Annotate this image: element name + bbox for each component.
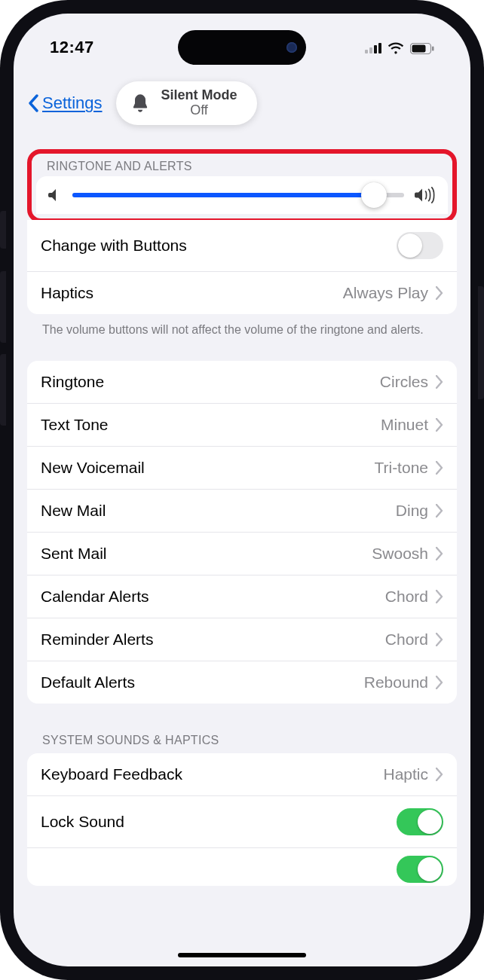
svg-rect-1: [369, 47, 372, 53]
row-haptics[interactable]: Haptics Always Play: [27, 271, 457, 314]
cellular-icon: [365, 43, 381, 53]
row-label: Keyboard Feedback: [41, 765, 182, 783]
row-partial[interactable]: [27, 847, 457, 886]
row-label: Default Alerts: [41, 673, 135, 691]
chevron-right-icon: [436, 590, 443, 603]
speaker-high-icon: [415, 187, 436, 203]
row-label: Change with Buttons: [41, 237, 187, 255]
highlight-box: Ringtone and Alerts: [27, 149, 457, 223]
group-system-sounds: Keyboard Feedback Haptic Lock Sound: [27, 753, 457, 886]
row-label: New Mail: [41, 502, 106, 520]
row-tone[interactable]: RingtoneCircles: [27, 361, 457, 403]
chevron-left-icon: [27, 94, 39, 112]
row-tone[interactable]: New VoicemailTri-tone: [27, 446, 457, 489]
volume-down-button[interactable]: [0, 354, 6, 426]
chevron-right-icon: [436, 676, 443, 689]
row-tone[interactable]: New MailDing: [27, 489, 457, 532]
row-tone[interactable]: Default AlertsRebound: [27, 661, 457, 704]
row-label: Ringtone: [41, 373, 104, 391]
svg-rect-6: [432, 46, 434, 50]
row-value: Chord: [385, 588, 428, 606]
volume-up-button[interactable]: [0, 271, 6, 343]
row-label: Reminder Alerts: [41, 630, 153, 649]
battery-icon: [410, 43, 434, 54]
speaker-low-icon: [48, 188, 62, 203]
row-value: Tri-tone: [374, 459, 428, 477]
row-value: Swoosh: [372, 545, 428, 563]
toggle-lock-sound[interactable]: [397, 808, 443, 835]
row-label: New Voicemail: [41, 459, 145, 477]
section-header-ringtone: Ringtone and Alerts: [36, 157, 448, 176]
phone-frame: 12:47 Settings Silent Mode Off: [0, 0, 484, 980]
group-volume-extras: Change with Buttons Haptics Always Play: [27, 220, 457, 314]
silent-mode-pill: Silent Mode Off: [116, 81, 257, 125]
silent-switch[interactable]: [0, 211, 6, 249]
row-keyboard-feedback[interactable]: Keyboard Feedback Haptic: [27, 753, 457, 795]
screen: 12:47 Settings Silent Mode Off: [14, 14, 470, 966]
group-tones: RingtoneCirclesText ToneMinuetNew Voicem…: [27, 361, 457, 704]
svg-rect-0: [365, 50, 368, 53]
toggle-partial[interactable]: [397, 856, 443, 883]
back-label: Settings: [42, 93, 103, 113]
status-icons: [365, 41, 434, 54]
row-lock-sound[interactable]: Lock Sound: [27, 795, 457, 847]
row-label: Sent Mail: [41, 545, 107, 563]
row-value: Always Play: [343, 284, 428, 302]
chevron-right-icon: [436, 633, 443, 646]
back-button[interactable]: Settings: [27, 93, 103, 113]
row-tone[interactable]: Reminder AlertsChord: [27, 618, 457, 661]
row-value: Minuet: [381, 416, 428, 434]
row-tone[interactable]: Calendar AlertsChord: [27, 575, 457, 618]
row-value: Circles: [380, 373, 428, 391]
svg-rect-5: [412, 44, 426, 52]
nav-bar: Settings Silent Mode Off: [14, 81, 470, 125]
row-value: Ding: [396, 502, 428, 520]
pill-line1: Silent Mode: [161, 88, 237, 103]
chevron-right-icon: [436, 375, 443, 389]
row-value: Rebound: [364, 673, 428, 691]
section-footer: The volume buttons will not affect the v…: [27, 314, 457, 338]
home-indicator[interactable]: [178, 953, 306, 957]
chevron-right-icon: [436, 418, 443, 432]
row-label: [41, 860, 45, 878]
chevron-right-icon: [436, 286, 443, 300]
chevron-right-icon: [436, 547, 443, 560]
row-label: Haptics: [41, 284, 93, 302]
row-tone[interactable]: Sent MailSwoosh: [27, 532, 457, 575]
row-tone[interactable]: Text ToneMinuet: [27, 403, 457, 446]
side-button[interactable]: [478, 286, 484, 399]
toggle-change-with-buttons[interactable]: [397, 232, 443, 259]
volume-slider-row: [36, 176, 448, 214]
row-label: Calendar Alerts: [41, 588, 149, 606]
chevron-right-icon: [436, 504, 443, 517]
status-time: 12:47: [50, 38, 94, 57]
dynamic-island: [178, 30, 306, 65]
chevron-right-icon: [436, 768, 443, 781]
section-header-system: System Sounds & Haptics: [27, 726, 457, 753]
pill-line2: Off: [190, 103, 208, 118]
row-label: Lock Sound: [41, 813, 124, 831]
svg-rect-2: [374, 45, 377, 53]
svg-rect-3: [378, 43, 381, 53]
row-change-with-buttons[interactable]: Change with Buttons: [27, 220, 457, 271]
chevron-right-icon: [436, 461, 443, 475]
wifi-icon: [388, 42, 404, 54]
row-value: Haptic: [383, 765, 428, 783]
row-label: Text Tone: [41, 416, 109, 434]
volume-slider[interactable]: [72, 193, 404, 197]
row-value: Chord: [385, 630, 428, 649]
bell-icon: [130, 93, 151, 114]
slider-knob[interactable]: [361, 182, 387, 208]
settings-content: Ringtone and Alerts Change with Buttons: [14, 134, 470, 966]
